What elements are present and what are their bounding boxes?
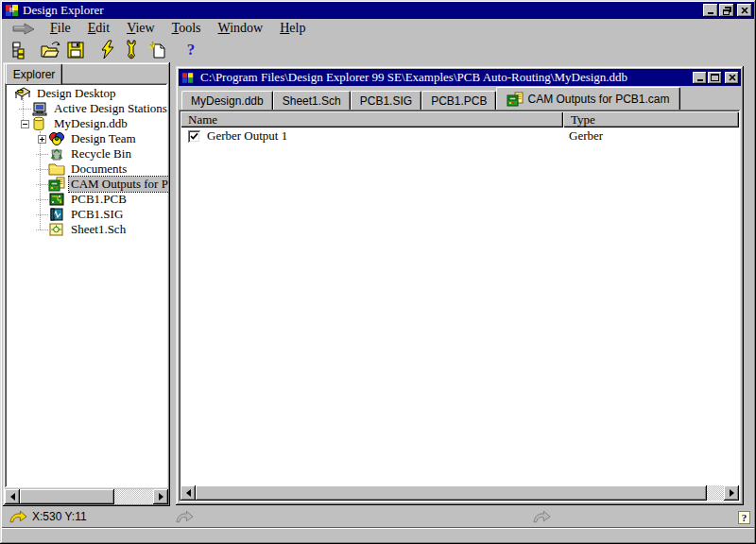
tree-item-label: Sheet1.Sch [69, 222, 128, 237]
design-station-icon [31, 101, 48, 116]
tab-label: PCB1.SIG [360, 94, 412, 108]
bottom-strip [2, 527, 754, 542]
tab-explorer-label: Explorer [13, 68, 56, 81]
database-icon [31, 116, 48, 131]
tree-item-documents[interactable]: Documents [7, 162, 166, 177]
scroll-left-button[interactable] [180, 485, 196, 501]
document-tab-mydesign-ddb[interactable]: MyDesign.ddb [181, 91, 273, 110]
signal-document-icon [48, 207, 65, 222]
new-document-icon [147, 41, 166, 60]
explorer-tree: Design DesktopActive Design StationsMyDe… [7, 86, 166, 237]
tab-explorer[interactable]: Explorer [6, 63, 62, 84]
design-team-icon [48, 131, 65, 146]
preferences-button[interactable] [121, 39, 144, 61]
help-badge[interactable]: ? [738, 511, 750, 524]
floppy-disk-icon [66, 41, 85, 60]
scroll-left-button[interactable] [5, 489, 20, 504]
tree-item-label: Documents [69, 162, 129, 177]
document-icon [181, 72, 195, 84]
document-close-button[interactable] [725, 72, 739, 84]
table-row[interactable]: Gerber Output 1Gerber [180, 128, 739, 144]
tab-label: CAM Outputs for PCB1.cam [527, 93, 669, 106]
menu-item-edit[interactable]: Edit [81, 21, 116, 36]
design-desktop-icon [14, 86, 31, 101]
expand-toggle-icon[interactable] [36, 131, 48, 146]
document-tab-cam-outputs-for-pcb1-cam[interactable]: CAM Outputs for PCB1.cam [496, 87, 679, 110]
menu-item-view[interactable]: View [120, 21, 162, 36]
menu-bar: FileEditViewToolsWindowHelp [2, 19, 754, 38]
document-title-bar: C:\Program Files\Design Explorer 99 SE\E… [179, 69, 741, 86]
tree-item-pcb1-sig[interactable]: PCB1.SIG [7, 207, 166, 222]
explorer-tree-box: Design DesktopActive Design StationsMyDe… [5, 83, 168, 488]
collapse-toggle-icon[interactable] [19, 116, 31, 131]
document-minimize-button[interactable] [693, 72, 707, 84]
tree-item-pcb1-pcb[interactable]: PCB1.PCB [7, 192, 166, 207]
column-header-name-label: Name [188, 112, 217, 127]
save-button[interactable] [64, 39, 87, 61]
tree-item-cam-outputs-for-pc[interactable]: CAM Outputs for PC [7, 177, 166, 192]
scroll-right-button[interactable] [153, 489, 168, 504]
tree-item-active-design-stations[interactable]: Active Design Stations [7, 101, 166, 116]
tree-connector [19, 101, 31, 116]
column-header-type[interactable]: Type [563, 111, 739, 128]
title-bar: Design Explorer [2, 2, 754, 19]
documents-folder-icon [48, 162, 65, 177]
explorer-horizontal-scrollbar [5, 489, 168, 504]
tree-hierarchy-icon [9, 41, 28, 60]
document-tab-sheet1-sch[interactable]: Sheet1.Sch [273, 91, 351, 110]
table-body: Gerber Output 1Gerber [180, 128, 739, 485]
help-button[interactable]: ? [180, 39, 202, 61]
new-document-button[interactable] [146, 39, 168, 61]
scroll-thumb[interactable] [20, 489, 114, 504]
tree-connector [36, 177, 48, 192]
explorer-panel-toggle-button[interactable] [8, 39, 30, 61]
column-header-name[interactable]: Name [180, 111, 563, 128]
document-maximize-button[interactable] [708, 72, 722, 84]
run-button[interactable] [96, 39, 119, 61]
row-name-label: Gerber Output 1 [207, 128, 287, 144]
scroll-right-button[interactable] [724, 485, 739, 501]
tree-connector [36, 162, 48, 177]
schematic-document-icon [48, 222, 65, 237]
document-tab-pcb1-pcb[interactable]: PCB1.PCB [421, 91, 496, 110]
menu-item-window[interactable]: Window [212, 21, 270, 36]
tree-item-mydesign-ddb[interactable]: MyDesign.ddb [7, 116, 166, 131]
document-path-title: C:\Program Files\Design Explorer 99 SE\E… [200, 70, 692, 85]
tree-item-sheet1-sch[interactable]: Sheet1.Sch [7, 222, 166, 237]
tree-connector [36, 207, 48, 222]
tree-item-label: PCB1.PCB [69, 192, 129, 207]
tree-connector [36, 146, 48, 162]
toolbar: ? [2, 38, 754, 62]
table-header: Name Type [180, 111, 739, 128]
document-tab-pcb1-sig[interactable]: PCB1.SIG [351, 91, 421, 110]
tree-item-label: PCB1.SIG [69, 207, 125, 222]
toolbar-buttons: ? [2, 38, 754, 62]
restore-button[interactable] [719, 4, 734, 17]
curved-arrow-icon [176, 510, 194, 523]
tree-item-recycle-bin[interactable]: Recycle Bin [7, 146, 166, 162]
tree-item-design-desktop[interactable]: Design Desktop [7, 86, 166, 101]
minimize-button[interactable] [703, 4, 718, 17]
tree-item-design-team[interactable]: Design Team [7, 131, 166, 146]
cam-outputs-icon [507, 92, 523, 106]
cam-outputs-icon [48, 177, 65, 192]
explorer-panel: Explorer Design DesktopActive Design Sta… [3, 62, 170, 506]
menu-item-help[interactable]: Help [273, 21, 312, 36]
close-button[interactable] [737, 4, 752, 17]
status-bar: X:530 Y:11 ? [2, 508, 754, 527]
tree-connector [36, 222, 48, 237]
tab-label: MyDesign.ddb [191, 94, 264, 108]
scroll-thumb[interactable] [196, 485, 707, 501]
row-checkbox[interactable] [188, 130, 200, 143]
wrench-icon [125, 40, 140, 60]
document-window: C:\Program Files\Design Explorer 99 SE\E… [176, 66, 744, 505]
scroll-track[interactable] [707, 485, 724, 501]
menu-bar-items: FileEditViewToolsWindowHelp [43, 21, 316, 36]
open-document-button[interactable] [40, 39, 62, 61]
menu-grip-arrow-icon[interactable] [11, 22, 36, 35]
window-title: Design Explorer [23, 3, 702, 18]
document-tabs: MyDesign.ddbSheet1.SchPCB1.SIGPCB1.PCBCA… [179, 88, 741, 110]
menu-item-tools[interactable]: Tools [165, 21, 208, 36]
menu-item-file[interactable]: File [43, 21, 77, 36]
scroll-track[interactable] [114, 489, 153, 504]
